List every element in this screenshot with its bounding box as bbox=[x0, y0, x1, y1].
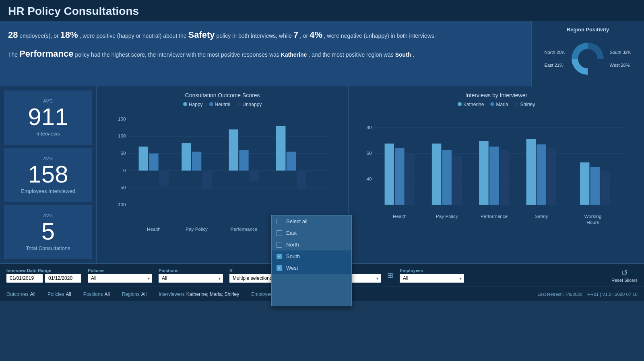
donut-chart: North 20% East 21% South 32% West 28% bbox=[538, 37, 638, 81]
select-all-checkbox[interactable] bbox=[277, 219, 282, 224]
svg-text:60: 60 bbox=[367, 150, 372, 156]
dropdown-south[interactable]: South bbox=[272, 250, 351, 262]
positions-select[interactable]: All bbox=[159, 274, 223, 283]
regions-dropdown[interactable]: Select all East North South West bbox=[271, 215, 352, 306]
svg-text:100: 100 bbox=[118, 133, 126, 138]
policies-select[interactable]: All bbox=[88, 274, 152, 283]
version: HR01 | V1.0 | 2020-07-10 bbox=[587, 292, 638, 297]
kpi-employees-value: 158 bbox=[28, 162, 68, 187]
south-label: South bbox=[286, 253, 300, 259]
dropdown-west[interactable]: West bbox=[272, 262, 351, 274]
summary-line2: The Performance policy had the highest s… bbox=[8, 51, 414, 58]
positions-select-wrapper[interactable]: All bbox=[159, 274, 223, 283]
date-end-input[interactable] bbox=[45, 274, 81, 283]
donut-hole bbox=[578, 49, 597, 68]
kpi-consultations-label-top: AVG bbox=[43, 213, 53, 218]
dropdown-east[interactable]: East bbox=[272, 227, 351, 239]
svg-rect-48 bbox=[537, 144, 546, 205]
donut-svg bbox=[566, 37, 610, 81]
status-outcomes-key: Outcomes bbox=[6, 291, 29, 297]
west-checkbox[interactable] bbox=[277, 265, 282, 271]
svg-rect-21 bbox=[239, 150, 248, 170]
status-outcomes-val: All bbox=[30, 291, 35, 297]
status-regions: Regions All bbox=[122, 291, 147, 297]
region-positivity-title: Region Positivity bbox=[538, 27, 638, 33]
svg-rect-25 bbox=[287, 152, 296, 170]
dropdown-north[interactable]: North bbox=[272, 239, 351, 250]
svg-rect-47 bbox=[526, 139, 536, 205]
north-label: North bbox=[286, 242, 299, 248]
south-checkbox[interactable] bbox=[277, 254, 282, 259]
employees-select[interactable]: All bbox=[400, 274, 464, 283]
policies-filter: Policies All bbox=[88, 268, 152, 283]
status-interviewers-val: Katherine; Maria; Shirley bbox=[186, 291, 239, 297]
interviewer-chart-legend: Katherine Maria Shirley bbox=[354, 102, 638, 107]
status-regions-key: Regions bbox=[122, 291, 140, 297]
policies-select-wrapper[interactable]: All bbox=[88, 274, 152, 283]
maria-legend: Maria bbox=[490, 102, 508, 107]
kpi-interviews-label-top: AVG bbox=[43, 98, 53, 103]
select-all-label: Select all bbox=[286, 218, 308, 224]
svg-text:150: 150 bbox=[118, 116, 126, 121]
status-policies-val: All bbox=[66, 291, 71, 297]
status-interviewers: Interviewers Katherine; Maria; Shirley bbox=[159, 291, 239, 297]
reset-slicers-button[interactable]: ↺ Reset Slicers bbox=[611, 268, 638, 283]
status-outcomes: Outcomes All bbox=[6, 291, 35, 297]
shirley-legend: Shirley bbox=[514, 102, 535, 107]
donut-labels-left: North 20% East 21% bbox=[545, 48, 566, 69]
svg-text:Working: Working bbox=[584, 213, 602, 219]
date-start-input[interactable] bbox=[6, 274, 43, 283]
west-label: West bbox=[286, 265, 298, 271]
svg-rect-26 bbox=[297, 170, 306, 189]
status-positions-key: Positions bbox=[83, 291, 103, 297]
happy-legend: Happy bbox=[183, 102, 203, 107]
svg-text:-50: -50 bbox=[119, 185, 126, 190]
svg-rect-44 bbox=[489, 147, 499, 205]
svg-rect-41 bbox=[452, 156, 462, 205]
status-policies: Policies All bbox=[47, 291, 71, 297]
svg-text:Pay Policy: Pay Policy bbox=[436, 213, 458, 219]
consultation-chart-title: Consultation Outcome Scores bbox=[102, 92, 343, 98]
katherine-legend: Katherine bbox=[458, 102, 484, 107]
svg-text:Safety: Safety bbox=[535, 213, 548, 219]
date-range-inputs[interactable] bbox=[6, 274, 81, 283]
svg-rect-13 bbox=[149, 154, 158, 171]
svg-rect-51 bbox=[580, 162, 589, 205]
employees-select-wrapper[interactable]: All bbox=[400, 274, 464, 283]
kpi-consultations: AVG 5 Total Consultations bbox=[4, 205, 92, 259]
reset-icon: ↺ bbox=[621, 268, 628, 278]
dropdown-empty-space bbox=[272, 274, 351, 306]
region-positivity-panel: Region Positivity North 20% East 21% bbox=[531, 21, 644, 86]
svg-rect-53 bbox=[601, 171, 610, 205]
svg-text:40: 40 bbox=[367, 176, 372, 181]
svg-text:Health: Health bbox=[147, 226, 161, 232]
svg-rect-14 bbox=[159, 170, 169, 186]
donut-labels-right: South 32% West 28% bbox=[610, 48, 632, 69]
kpi-consultations-value: 5 bbox=[41, 219, 55, 244]
page-title: HR Policy Consultations bbox=[8, 5, 636, 18]
interviewer-chart-svg: 80 60 40 Health Pay Policy Perf bbox=[354, 111, 638, 239]
employees-filter: Employees All bbox=[400, 268, 464, 283]
interviewer-chart-section: Interviews by Interviewer Katherine Mari… bbox=[349, 86, 644, 263]
north-checkbox[interactable] bbox=[277, 242, 282, 248]
interviewer-chart-area: 80 60 40 Health Pay Policy Perf bbox=[354, 111, 638, 239]
neutral-legend: Neutral bbox=[209, 102, 231, 107]
svg-text:0: 0 bbox=[123, 168, 126, 173]
date-range-label: Interview Date Range bbox=[6, 268, 81, 273]
summary-text: 28 employee(s), or 18% , were positive (… bbox=[0, 21, 531, 86]
status-positions-val: All bbox=[104, 291, 109, 297]
dropdown-select-all[interactable]: Select all bbox=[272, 215, 351, 227]
north-label: North 20% bbox=[545, 50, 566, 55]
consultation-chart-section: Consultation Outcome Scores Happy Neutra… bbox=[97, 86, 349, 263]
svg-rect-49 bbox=[547, 148, 556, 205]
summary-bar: 28 employee(s), or 18% , were positive (… bbox=[0, 21, 644, 86]
reset-label: Reset Slicers bbox=[611, 278, 638, 283]
svg-text:50: 50 bbox=[121, 150, 126, 156]
policies-label: Policies bbox=[88, 268, 152, 273]
consultation-chart-legend: Happy Neutral Unhappy bbox=[102, 102, 343, 107]
svg-rect-37 bbox=[405, 153, 415, 205]
svg-rect-40 bbox=[442, 150, 452, 205]
east-checkbox[interactable] bbox=[277, 230, 282, 236]
svg-rect-12 bbox=[139, 147, 148, 171]
kpi-panel: AVG 911 Interviews AVG 158 Employees Int… bbox=[0, 86, 97, 263]
